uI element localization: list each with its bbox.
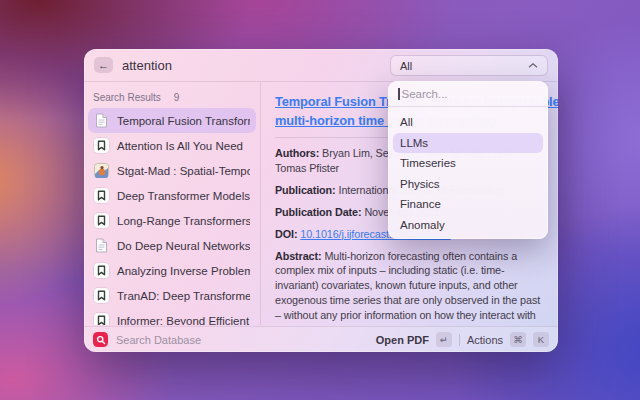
image-icon [94, 163, 109, 178]
k-key-badge: K [533, 332, 549, 347]
result-item-label: Deep Transformer Models for Ti... [117, 190, 250, 202]
back-button[interactable]: ← [94, 57, 113, 73]
dropdown-option-anomaly[interactable]: Anomaly [393, 215, 543, 236]
search-result-item[interactable]: TranAD: Deep Transformer Net... [88, 283, 256, 308]
chevron-up-icon [528, 63, 538, 68]
bookmark-icon [94, 263, 109, 278]
search-result-item[interactable]: Do Deep Neural Networks Contr... [88, 233, 256, 258]
window-header: ← attention All [84, 49, 558, 82]
result-item-label: Temporal Fusion Transformers f... [117, 115, 250, 127]
bookmark-icon [94, 188, 109, 203]
footer-actions: Open PDF ↵ Actions ⌘ K [376, 332, 549, 347]
search-result-item[interactable]: Temporal Fusion Transformers f... [88, 108, 256, 133]
command-input[interactable]: Search Database [116, 334, 368, 346]
search-icon [96, 335, 106, 345]
back-arrow-icon: ← [98, 59, 109, 71]
search-query-input[interactable]: attention [122, 58, 172, 73]
dropdown-search-input[interactable]: Search... [388, 81, 548, 107]
search-result-item[interactable]: Analyzing Inverse Problems with... [88, 258, 256, 283]
bookmark-icon [94, 213, 109, 228]
bookmark-icon [94, 313, 109, 325]
dropdown-option-timeseries[interactable]: Timeseries [393, 153, 543, 174]
search-result-item[interactable]: Informer: Beyond Efficient Trans... [88, 308, 256, 325]
bookmark-icon [94, 138, 109, 153]
search-result-item[interactable]: Attention Is All You Need [88, 133, 256, 158]
results-title: Search Results [93, 92, 161, 103]
search-result-item[interactable]: Deep Transformer Models for Ti... [88, 183, 256, 208]
footer-divider [459, 334, 460, 346]
actions-button[interactable]: Actions [467, 334, 503, 346]
search-result-item[interactable]: Long-Range Transformers for D... [88, 208, 256, 233]
document-icon [95, 113, 108, 128]
abstract-row: Abstract: Multi-horizon forecasting ofte… [275, 249, 544, 325]
search-results-list: Temporal Fusion Transformers f... Attent… [88, 108, 256, 325]
return-key-badge: ↵ [436, 332, 452, 347]
filter-selected-label: All [400, 60, 412, 72]
cmd-key-badge: ⌘ [510, 332, 526, 347]
dropdown-option-all[interactable]: All [393, 112, 543, 133]
text-caret [398, 88, 400, 100]
extension-icon [93, 332, 108, 347]
open-pdf-button[interactable]: Open PDF [376, 334, 429, 346]
dropdown-option-llms[interactable]: LLMs [393, 133, 543, 154]
results-header: Search Results 9 [88, 90, 256, 104]
result-item-label: Attention Is All You Need [117, 140, 243, 152]
app-window: ← attention All Search Results 9 [84, 49, 558, 352]
result-item-label: TranAD: Deep Transformer Net... [117, 290, 250, 302]
result-item-label: Informer: Beyond Efficient Trans... [117, 315, 250, 326]
filter-dropdown-trigger[interactable]: All [390, 55, 548, 76]
filter-dropdown-panel: Search... AllLLMsTimeseriesPhysicsFinanc… [388, 81, 548, 239]
dropdown-option-finance[interactable]: Finance [393, 194, 543, 215]
result-item-label: Analyzing Inverse Problems with... [117, 265, 250, 277]
result-item-label: Long-Range Transformers for D... [117, 215, 250, 227]
search-result-item[interactable]: Stgat-Mad : Spatial-Temporal Gr... [88, 158, 256, 183]
result-item-label: Do Deep Neural Networks Contr... [117, 240, 250, 252]
bookmark-icon [94, 288, 109, 303]
action-bar: Search Database Open PDF ↵ Actions ⌘ K [84, 326, 558, 352]
result-item-label: Stgat-Mad : Spatial-Temporal Gr... [117, 165, 250, 177]
document-icon [95, 238, 108, 253]
desktop-background: ← attention All Search Results 9 [0, 0, 640, 400]
dropdown-options-list: AllLLMsTimeseriesPhysicsFinanceAnomaly [388, 107, 548, 235]
dropdown-option-physics[interactable]: Physics [393, 174, 543, 195]
results-count: 9 [174, 92, 180, 103]
results-sidebar: Search Results 9 Temporal Fusion Transfo… [84, 82, 261, 325]
